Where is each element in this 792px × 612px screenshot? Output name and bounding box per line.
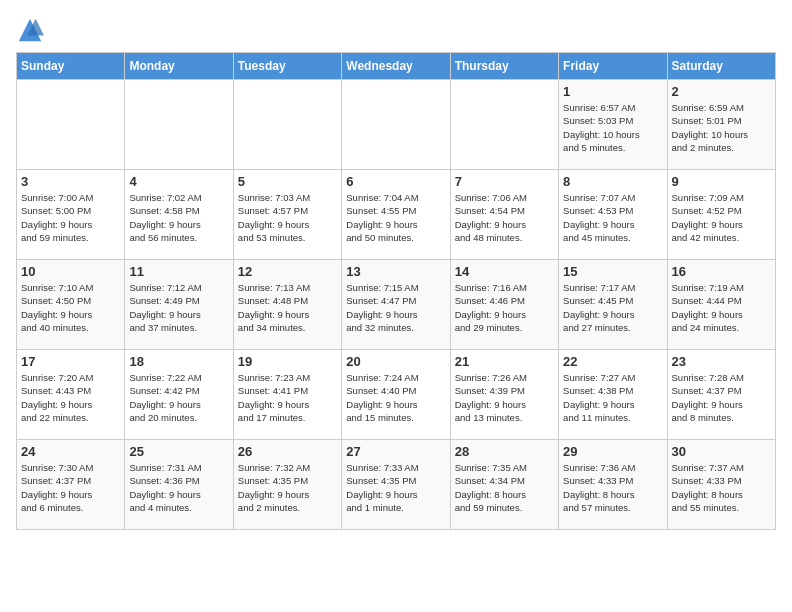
day-number: 16	[672, 264, 771, 279]
calendar-cell: 21Sunrise: 7:26 AM Sunset: 4:39 PM Dayli…	[450, 350, 558, 440]
cell-text: Sunrise: 7:04 AM Sunset: 4:55 PM Dayligh…	[346, 191, 445, 244]
calendar-cell: 23Sunrise: 7:28 AM Sunset: 4:37 PM Dayli…	[667, 350, 775, 440]
cell-text: Sunrise: 7:02 AM Sunset: 4:58 PM Dayligh…	[129, 191, 228, 244]
cell-text: Sunrise: 7:19 AM Sunset: 4:44 PM Dayligh…	[672, 281, 771, 334]
day-number: 25	[129, 444, 228, 459]
day-number: 23	[672, 354, 771, 369]
day-number: 29	[563, 444, 662, 459]
day-number: 8	[563, 174, 662, 189]
day-number: 28	[455, 444, 554, 459]
cell-text: Sunrise: 7:12 AM Sunset: 4:49 PM Dayligh…	[129, 281, 228, 334]
calendar-cell: 27Sunrise: 7:33 AM Sunset: 4:35 PM Dayli…	[342, 440, 450, 530]
calendar-cell: 16Sunrise: 7:19 AM Sunset: 4:44 PM Dayli…	[667, 260, 775, 350]
day-number: 22	[563, 354, 662, 369]
page-header	[16, 16, 776, 44]
calendar-cell: 19Sunrise: 7:23 AM Sunset: 4:41 PM Dayli…	[233, 350, 341, 440]
cell-text: Sunrise: 7:36 AM Sunset: 4:33 PM Dayligh…	[563, 461, 662, 514]
day-number: 30	[672, 444, 771, 459]
calendar-table: SundayMondayTuesdayWednesdayThursdayFrid…	[16, 52, 776, 530]
cell-text: Sunrise: 7:15 AM Sunset: 4:47 PM Dayligh…	[346, 281, 445, 334]
calendar-row-4: 24Sunrise: 7:30 AM Sunset: 4:37 PM Dayli…	[17, 440, 776, 530]
calendar-cell: 5Sunrise: 7:03 AM Sunset: 4:57 PM Daylig…	[233, 170, 341, 260]
day-number: 2	[672, 84, 771, 99]
calendar-cell: 30Sunrise: 7:37 AM Sunset: 4:33 PM Dayli…	[667, 440, 775, 530]
calendar-cell	[233, 80, 341, 170]
day-number: 12	[238, 264, 337, 279]
day-number: 20	[346, 354, 445, 369]
calendar-cell: 24Sunrise: 7:30 AM Sunset: 4:37 PM Dayli…	[17, 440, 125, 530]
logo	[16, 16, 48, 44]
day-number: 9	[672, 174, 771, 189]
calendar-row-3: 17Sunrise: 7:20 AM Sunset: 4:43 PM Dayli…	[17, 350, 776, 440]
cell-text: Sunrise: 7:16 AM Sunset: 4:46 PM Dayligh…	[455, 281, 554, 334]
calendar-cell: 22Sunrise: 7:27 AM Sunset: 4:38 PM Dayli…	[559, 350, 667, 440]
day-number: 4	[129, 174, 228, 189]
cell-text: Sunrise: 7:17 AM Sunset: 4:45 PM Dayligh…	[563, 281, 662, 334]
cell-text: Sunrise: 6:59 AM Sunset: 5:01 PM Dayligh…	[672, 101, 771, 154]
calendar-cell	[342, 80, 450, 170]
cell-text: Sunrise: 7:31 AM Sunset: 4:36 PM Dayligh…	[129, 461, 228, 514]
cell-text: Sunrise: 7:22 AM Sunset: 4:42 PM Dayligh…	[129, 371, 228, 424]
header-friday: Friday	[559, 53, 667, 80]
calendar-cell: 17Sunrise: 7:20 AM Sunset: 4:43 PM Dayli…	[17, 350, 125, 440]
day-number: 3	[21, 174, 120, 189]
cell-text: Sunrise: 7:32 AM Sunset: 4:35 PM Dayligh…	[238, 461, 337, 514]
calendar-cell: 14Sunrise: 7:16 AM Sunset: 4:46 PM Dayli…	[450, 260, 558, 350]
header-wednesday: Wednesday	[342, 53, 450, 80]
header-monday: Monday	[125, 53, 233, 80]
calendar-cell: 26Sunrise: 7:32 AM Sunset: 4:35 PM Dayli…	[233, 440, 341, 530]
calendar-cell: 7Sunrise: 7:06 AM Sunset: 4:54 PM Daylig…	[450, 170, 558, 260]
calendar-cell: 8Sunrise: 7:07 AM Sunset: 4:53 PM Daylig…	[559, 170, 667, 260]
day-number: 7	[455, 174, 554, 189]
day-number: 19	[238, 354, 337, 369]
cell-text: Sunrise: 7:06 AM Sunset: 4:54 PM Dayligh…	[455, 191, 554, 244]
header-saturday: Saturday	[667, 53, 775, 80]
calendar-cell: 11Sunrise: 7:12 AM Sunset: 4:49 PM Dayli…	[125, 260, 233, 350]
cell-text: Sunrise: 7:13 AM Sunset: 4:48 PM Dayligh…	[238, 281, 337, 334]
day-number: 26	[238, 444, 337, 459]
day-number: 5	[238, 174, 337, 189]
header-tuesday: Tuesday	[233, 53, 341, 80]
calendar-header-row: SundayMondayTuesdayWednesdayThursdayFrid…	[17, 53, 776, 80]
day-number: 18	[129, 354, 228, 369]
cell-text: Sunrise: 7:00 AM Sunset: 5:00 PM Dayligh…	[21, 191, 120, 244]
calendar-cell: 29Sunrise: 7:36 AM Sunset: 4:33 PM Dayli…	[559, 440, 667, 530]
cell-text: Sunrise: 7:10 AM Sunset: 4:50 PM Dayligh…	[21, 281, 120, 334]
cell-text: Sunrise: 7:35 AM Sunset: 4:34 PM Dayligh…	[455, 461, 554, 514]
calendar-cell: 1Sunrise: 6:57 AM Sunset: 5:03 PM Daylig…	[559, 80, 667, 170]
day-number: 17	[21, 354, 120, 369]
day-number: 14	[455, 264, 554, 279]
day-number: 10	[21, 264, 120, 279]
cell-text: Sunrise: 7:07 AM Sunset: 4:53 PM Dayligh…	[563, 191, 662, 244]
calendar-cell: 25Sunrise: 7:31 AM Sunset: 4:36 PM Dayli…	[125, 440, 233, 530]
cell-text: Sunrise: 7:23 AM Sunset: 4:41 PM Dayligh…	[238, 371, 337, 424]
calendar-cell: 12Sunrise: 7:13 AM Sunset: 4:48 PM Dayli…	[233, 260, 341, 350]
calendar-cell: 3Sunrise: 7:00 AM Sunset: 5:00 PM Daylig…	[17, 170, 125, 260]
calendar-body: 1Sunrise: 6:57 AM Sunset: 5:03 PM Daylig…	[17, 80, 776, 530]
header-thursday: Thursday	[450, 53, 558, 80]
calendar-cell: 15Sunrise: 7:17 AM Sunset: 4:45 PM Dayli…	[559, 260, 667, 350]
day-number: 11	[129, 264, 228, 279]
calendar-row-0: 1Sunrise: 6:57 AM Sunset: 5:03 PM Daylig…	[17, 80, 776, 170]
cell-text: Sunrise: 7:26 AM Sunset: 4:39 PM Dayligh…	[455, 371, 554, 424]
day-number: 24	[21, 444, 120, 459]
day-number: 1	[563, 84, 662, 99]
calendar-cell: 9Sunrise: 7:09 AM Sunset: 4:52 PM Daylig…	[667, 170, 775, 260]
day-number: 15	[563, 264, 662, 279]
cell-text: Sunrise: 6:57 AM Sunset: 5:03 PM Dayligh…	[563, 101, 662, 154]
cell-text: Sunrise: 7:09 AM Sunset: 4:52 PM Dayligh…	[672, 191, 771, 244]
calendar-cell: 10Sunrise: 7:10 AM Sunset: 4:50 PM Dayli…	[17, 260, 125, 350]
calendar-cell: 6Sunrise: 7:04 AM Sunset: 4:55 PM Daylig…	[342, 170, 450, 260]
calendar-cell: 4Sunrise: 7:02 AM Sunset: 4:58 PM Daylig…	[125, 170, 233, 260]
calendar-cell: 13Sunrise: 7:15 AM Sunset: 4:47 PM Dayli…	[342, 260, 450, 350]
header-sunday: Sunday	[17, 53, 125, 80]
cell-text: Sunrise: 7:24 AM Sunset: 4:40 PM Dayligh…	[346, 371, 445, 424]
day-number: 21	[455, 354, 554, 369]
day-number: 27	[346, 444, 445, 459]
calendar-cell	[17, 80, 125, 170]
calendar-cell: 28Sunrise: 7:35 AM Sunset: 4:34 PM Dayli…	[450, 440, 558, 530]
calendar-cell	[450, 80, 558, 170]
calendar-cell	[125, 80, 233, 170]
calendar-row-2: 10Sunrise: 7:10 AM Sunset: 4:50 PM Dayli…	[17, 260, 776, 350]
logo-icon	[16, 16, 44, 44]
